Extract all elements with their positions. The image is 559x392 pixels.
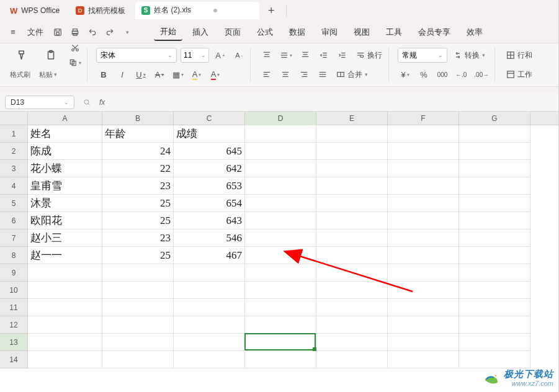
- decimal-dec-button[interactable]: .00→: [472, 68, 491, 81]
- cell-A14[interactable]: [28, 351, 102, 368]
- cell-A7[interactable]: 赵小三: [28, 229, 102, 247]
- align-left-button[interactable]: [259, 68, 274, 81]
- cell-A10[interactable]: [28, 282, 102, 299]
- cell-B10[interactable]: [102, 282, 174, 299]
- cell-F5[interactable]: [388, 195, 459, 212]
- cell-F13[interactable]: [388, 334, 459, 351]
- cell-G8[interactable]: [459, 247, 530, 264]
- row-headers[interactable]: 1234567891011121314: [0, 125, 28, 368]
- cell-F11[interactable]: [388, 299, 459, 316]
- cell-G9[interactable]: [459, 264, 530, 282]
- cell-D11[interactable]: [245, 299, 316, 316]
- cell-F9[interactable]: [388, 264, 459, 282]
- cell-D2[interactable]: [245, 143, 316, 160]
- cell-E2[interactable]: [316, 143, 388, 160]
- cell-D3[interactable]: [245, 160, 316, 177]
- cell-B6[interactable]: 25: [102, 212, 174, 229]
- cell-G10[interactable]: [459, 282, 530, 299]
- cell-C12[interactable]: [174, 316, 245, 334]
- row-header-11[interactable]: 11: [0, 299, 28, 316]
- cell-A11[interactable]: [28, 299, 102, 316]
- row-header-6[interactable]: 6: [0, 212, 28, 229]
- cell-C6[interactable]: 643: [174, 212, 245, 229]
- menu-data[interactable]: 数据: [283, 24, 311, 40]
- font-family-select[interactable]: 宋体⌄: [96, 48, 177, 63]
- menu-view[interactable]: 视图: [347, 24, 376, 40]
- menu-vip[interactable]: 会员专享: [412, 24, 457, 40]
- cell-C5[interactable]: 654: [174, 195, 245, 212]
- cell-G4[interactable]: [459, 177, 530, 195]
- indent-inc-button[interactable]: [335, 48, 350, 62]
- cell-A2[interactable]: 陈成: [28, 143, 102, 160]
- justify-button[interactable]: [315, 68, 330, 81]
- cell-A12[interactable]: [28, 316, 102, 334]
- percent-button[interactable]: %: [416, 68, 431, 81]
- rowcol-button[interactable]: 行和: [504, 50, 535, 61]
- cell-B8[interactable]: 25: [102, 247, 174, 264]
- menu-start[interactable]: 开始: [154, 24, 182, 41]
- row-header-13[interactable]: 13: [0, 334, 28, 351]
- cell-D1[interactable]: [245, 125, 316, 143]
- shrink-font-button[interactable]: A-: [231, 48, 246, 62]
- row-header-5[interactable]: 5: [0, 195, 28, 212]
- cell-E6[interactable]: [316, 212, 388, 229]
- col-header-G[interactable]: G: [459, 112, 530, 125]
- file-menu[interactable]: 文件: [24, 25, 47, 39]
- fill-color-button[interactable]: A▾: [189, 68, 204, 81]
- app-tab[interactable]: W WPS Office: [4, 2, 66, 19]
- menu-insert[interactable]: 插入: [186, 24, 215, 40]
- cell-E12[interactable]: [316, 316, 388, 334]
- align-middle-button[interactable]: ▾: [278, 48, 294, 62]
- formula-input[interactable]: [110, 96, 553, 109]
- paste-label[interactable]: 粘贴▾: [39, 70, 57, 79]
- cell-F2[interactable]: [388, 143, 459, 160]
- number-format-select[interactable]: 常规⌄: [398, 48, 447, 63]
- cell-G7[interactable]: [459, 229, 530, 247]
- cell-A8[interactable]: 赵一一: [28, 247, 102, 264]
- cell-D6[interactable]: [245, 212, 316, 229]
- save-icon[interactable]: [51, 25, 65, 39]
- row-header-4[interactable]: 4: [0, 177, 28, 195]
- comma-button[interactable]: 000: [435, 68, 450, 81]
- cell-D7[interactable]: [245, 229, 316, 247]
- undo-icon[interactable]: [86, 25, 99, 39]
- cell-B1[interactable]: 年龄: [102, 125, 174, 143]
- row-header-2[interactable]: 2: [0, 143, 28, 160]
- cell-D9[interactable]: [245, 264, 316, 282]
- cell-A5[interactable]: 沐景: [28, 195, 102, 212]
- cell-B2[interactable]: 24: [102, 143, 174, 160]
- cell-A4[interactable]: 皇甫雪: [28, 177, 102, 195]
- cell-G2[interactable]: [459, 143, 530, 160]
- cell-E7[interactable]: [316, 229, 388, 247]
- column-headers[interactable]: ABCDEFG: [28, 112, 558, 125]
- wrap-text-button[interactable]: 换行: [354, 50, 385, 61]
- file-tab[interactable]: S 姓名 (2).xls: [135, 2, 259, 19]
- cell-A9[interactable]: [28, 264, 102, 282]
- cell-E13[interactable]: [316, 334, 388, 351]
- cell-C13[interactable]: [174, 334, 245, 351]
- row-header-1[interactable]: 1: [0, 125, 28, 143]
- cell-C1[interactable]: 成绩: [174, 125, 245, 143]
- cell-D13[interactable]: [245, 334, 316, 351]
- menu-tools[interactable]: 工具: [380, 24, 408, 40]
- cell-D8[interactable]: [245, 247, 316, 264]
- cell-E3[interactable]: [316, 160, 388, 177]
- font-color-button[interactable]: A▾: [208, 68, 223, 81]
- cell-C11[interactable]: [174, 299, 245, 316]
- bold-button[interactable]: B: [96, 68, 111, 81]
- cell-C3[interactable]: 642: [174, 160, 245, 177]
- menu-efficiency[interactable]: 效率: [460, 24, 489, 40]
- new-tab-button[interactable]: +: [263, 4, 280, 17]
- cell-F1[interactable]: [388, 125, 459, 143]
- cell-G11[interactable]: [459, 299, 530, 316]
- menu-review[interactable]: 审阅: [315, 24, 344, 40]
- align-top-button[interactable]: [259, 48, 274, 62]
- grow-font-button[interactable]: A+: [213, 48, 228, 62]
- name-box[interactable]: D13 ⌄: [5, 96, 74, 109]
- cell-G12[interactable]: [459, 316, 530, 334]
- cell-G5[interactable]: [459, 195, 530, 212]
- border-button[interactable]: ▦▾: [171, 68, 186, 81]
- cell-B12[interactable]: [102, 316, 174, 334]
- align-center-button[interactable]: [278, 68, 293, 81]
- cell-E14[interactable]: [316, 351, 388, 368]
